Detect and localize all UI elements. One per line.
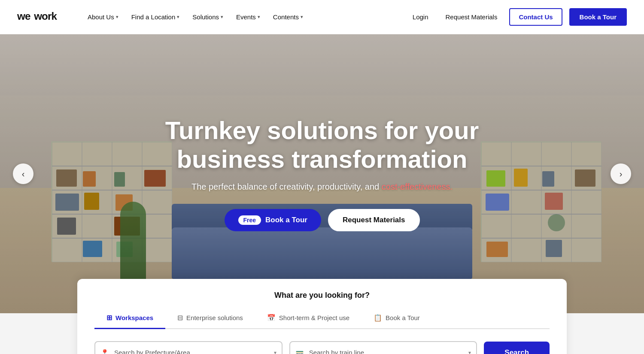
nav-label-events: Events [236,13,256,21]
hero-section: ‹ Turnkey solutions for your business tr… [0,34,644,313]
tab-book-tour[interactable]: 📋 Book a Tour [361,309,432,329]
contact-us-button[interactable]: Contact Us [509,8,562,26]
nav-menu: About Us ▾ Find a Location ▾ Solutions ▾… [82,10,407,24]
nav-item-solutions[interactable]: Solutions ▾ [187,10,228,24]
trainline-select[interactable]: Search by train line JR Line Tokyo Metro… [289,341,477,354]
nav-item-location[interactable]: Find a Location ▾ [126,10,185,24]
prefecture-select-wrapper: 📍 Search by Prefecture/Area Tokyo Osaka … [94,341,283,354]
chevron-down-icon: ▾ [177,14,179,20]
chevron-down-icon: ▾ [116,14,118,20]
trainline-select-wrapper: 🚃 Search by train line JR Line Tokyo Met… [289,341,477,354]
nav-item-contents[interactable]: Contents ▾ [268,10,308,24]
hero-content: Turnkey solutions for your business tran… [129,116,515,231]
nav-label-contents: Contents [273,13,299,21]
chevron-down-icon: ▾ [221,14,223,20]
tab-workspaces-label: Workspaces [115,314,153,321]
search-button[interactable]: Search [484,342,550,354]
book-tour-hero-button[interactable]: Free Book a Tour [225,209,322,231]
nav-label-solutions: Solutions [192,13,219,21]
clipboard-icon: 📋 [374,314,382,322]
request-materials-hero-button[interactable]: Request Materials [328,209,420,231]
book-tour-hero-label: Book a Tour [265,216,307,224]
search-panel-question: What are you looking for? [94,291,550,300]
nav-item-about[interactable]: About Us ▾ [82,10,124,24]
hero-title: Turnkey solutions for your business tran… [137,116,507,173]
request-materials-nav-button[interactable]: Request Materials [440,10,503,24]
hero-buttons: Free Book a Tour Request Materials [137,209,507,231]
prefecture-select[interactable]: Search by Prefecture/Area Tokyo Osaka Na… [94,341,283,354]
book-tour-nav-button[interactable]: Book a Tour [569,8,627,26]
chevron-down-icon: ▾ [258,14,260,20]
calendar-icon: 📅 [267,314,276,322]
nav-item-events[interactable]: Events ▾ [231,10,265,24]
carousel-prev-button[interactable]: ‹ [13,163,33,184]
workspaces-icon: ⊞ [106,314,112,322]
train-icon: 🚃 [295,348,304,354]
carousel-next-button[interactable]: › [611,163,631,184]
free-badge: Free [238,215,261,225]
navbar: we work About Us ▾ Find a Location ▾ Sol… [0,0,644,34]
nav-label-location: Find a Location [131,13,176,21]
tab-workspaces[interactable]: ⊞ Workspaces [94,309,165,329]
tab-booktour-label: Book a Tour [386,314,420,321]
search-tabs: ⊞ Workspaces ⊟ Enterprise solutions 📅 Sh… [94,309,550,329]
tab-enterprise[interactable]: ⊟ Enterprise solutions [165,309,255,329]
tab-enterprise-label: Enterprise solutions [186,314,243,321]
hero-subtitle-text: The perfect balance of creativity, produ… [191,182,382,191]
hero-subtitle-highlight: cost-effectiveness. [382,182,453,191]
chevron-down-icon: ▾ [301,14,303,20]
nav-label-about: About Us [88,13,114,21]
logo[interactable]: we work [17,10,65,24]
hero-subtitle: The perfect balance of creativity, produ… [137,182,507,192]
tab-shortterm[interactable]: 📅 Short-term & Project use [255,309,361,329]
tab-shortterm-label: Short-term & Project use [279,314,349,321]
enterprise-icon: ⊟ [177,314,183,322]
svg-text:we: we [17,10,30,22]
wework-logo-svg: we work [17,10,65,22]
login-button[interactable]: Login [407,10,434,24]
navbar-actions: Login Request Materials Contact Us Book … [407,8,627,26]
search-inputs: 📍 Search by Prefecture/Area Tokyo Osaka … [94,341,550,354]
search-panel: What are you looking for? ⊞ Workspaces ⊟… [77,279,567,354]
location-icon: 📍 [100,348,109,354]
svg-text:work: work [33,10,57,22]
